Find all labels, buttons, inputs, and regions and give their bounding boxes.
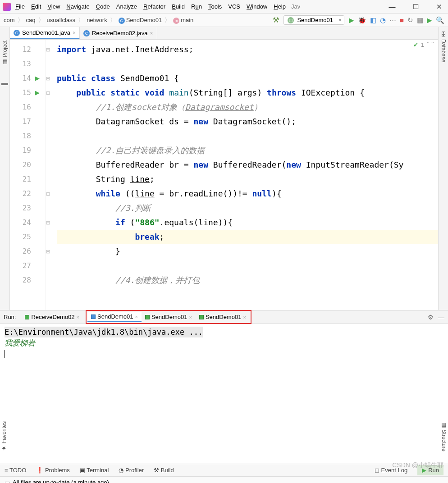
code-editor[interactable]: import java.net.InetAddress; public clas… bbox=[54, 40, 438, 310]
menu-help[interactable]: Help bbox=[274, 3, 286, 10]
bottom-tool-bar: ≡ TODO ❗ Problems ▣ Terminal ◔ Profiler … bbox=[0, 464, 448, 476]
project-tool-button[interactable]: ▤Project bbox=[2, 41, 8, 65]
status-bar: ▭ All files are up-to-date (a minute ago… bbox=[0, 476, 448, 483]
problems-tool-button[interactable]: ❗ Problems bbox=[36, 467, 70, 474]
class-icon: C bbox=[83, 30, 90, 36]
menu-code[interactable]: Code bbox=[96, 3, 110, 10]
highlighted-run-tabs: SendDemo01× SendDemo01× SendDemo01× bbox=[86, 310, 251, 324]
line-number-gutter: 1213141516171819202122232425262728 bbox=[10, 40, 35, 310]
crumb[interactable]: CSendDemo01 bbox=[119, 17, 162, 24]
crumb[interactable]: caq bbox=[26, 17, 36, 23]
running-icon bbox=[25, 315, 29, 319]
menu-build[interactable]: Build bbox=[172, 3, 185, 10]
running-icon bbox=[145, 315, 150, 319]
profiler-tool-button[interactable]: ◔ Profiler bbox=[119, 467, 144, 474]
close-icon[interactable]: × bbox=[243, 314, 246, 320]
menu-analyze[interactable]: Analyze bbox=[116, 3, 137, 10]
close-button[interactable]: ✕ bbox=[433, 3, 445, 11]
close-icon[interactable]: × bbox=[189, 314, 192, 320]
run-config-icon: ▢ bbox=[288, 17, 294, 23]
favorites-tool-button[interactable]: ★ Favorites bbox=[1, 421, 7, 451]
crumb[interactable]: usuallclass bbox=[47, 17, 76, 23]
menu-file[interactable]: File bbox=[15, 3, 25, 10]
attach-icon[interactable]: ⋯ bbox=[389, 16, 396, 24]
hide-icon[interactable]: — bbox=[438, 314, 444, 321]
toolbar-run-icon[interactable]: ▶ bbox=[427, 16, 432, 24]
stopped-icon bbox=[91, 314, 96, 319]
menu-vcs[interactable]: VCS bbox=[228, 3, 240, 10]
app-logo-icon bbox=[3, 3, 11, 11]
menu-refactor[interactable]: Refactor bbox=[143, 3, 165, 10]
menu-navigate[interactable]: Navigate bbox=[66, 3, 89, 10]
class-icon: C bbox=[14, 30, 20, 36]
maximize-button[interactable]: ☐ bbox=[409, 3, 422, 11]
running-icon bbox=[199, 315, 204, 319]
close-tab-icon[interactable]: × bbox=[73, 30, 76, 36]
menu-run[interactable]: Run bbox=[191, 3, 202, 10]
run-tool-window: Run: ReceiveDemo02× SendDemo01× SendDemo… bbox=[0, 310, 448, 464]
coverage-icon[interactable]: ◧ bbox=[370, 16, 376, 24]
navigation-bar: com〉 caq〉 usuallclass〉 network〉 CSendDem… bbox=[0, 14, 448, 27]
crumb[interactable]: mmain bbox=[173, 17, 193, 24]
minimize-button[interactable]: — bbox=[386, 3, 398, 11]
breadcrumbs: com〉 caq〉 usuallclass〉 network〉 CSendDem… bbox=[4, 16, 193, 24]
title-hint: Jav bbox=[291, 3, 300, 10]
run-main-icon[interactable]: ▶ bbox=[35, 86, 46, 100]
fold-gutter: ⊟ ⊟⊟ ⊟ ⊟ ⊟ bbox=[46, 40, 54, 310]
run-label: Run: bbox=[4, 314, 16, 320]
crumb[interactable]: network bbox=[87, 17, 107, 23]
run-tab[interactable]: SendDemo01× bbox=[196, 312, 250, 322]
right-tool-strip: 🗄Database bbox=[438, 27, 448, 310]
editor-tab[interactable]: CReceiveDemo02.java× bbox=[80, 27, 157, 39]
search-icon[interactable]: 🔍 bbox=[436, 16, 444, 24]
main-menu: File Edit View Navigate Code Analyze Ref… bbox=[15, 3, 286, 10]
database-tool-button[interactable]: 🗄Database bbox=[440, 32, 447, 62]
run-console[interactable]: E:\Environment\Java\jdk1.8\bin\java.exe … bbox=[0, 324, 448, 464]
close-icon[interactable]: × bbox=[135, 314, 138, 319]
debug-icon[interactable]: 🐞 bbox=[358, 16, 366, 24]
menu-tools[interactable]: Tools bbox=[208, 3, 222, 10]
run-class-icon[interactable]: ▶ bbox=[35, 71, 46, 86]
run-config-selector[interactable]: ▢ SendDemo01 bbox=[283, 15, 344, 25]
profile-icon[interactable]: ◔ bbox=[380, 16, 386, 24]
run-gutter: ▶▶ bbox=[35, 40, 46, 310]
editor-tabs: CSendDemo01.java× CReceiveDemo02.java× bbox=[10, 27, 438, 40]
todo-tool-button[interactable]: ≡ TODO bbox=[5, 467, 26, 474]
run-tab[interactable]: SendDemo01× bbox=[142, 312, 196, 322]
title-bar: File Edit View Navigate Code Analyze Ref… bbox=[0, 0, 448, 14]
structure-tool-button[interactable]: ▤ Structure bbox=[441, 422, 447, 451]
terminal-tool-button[interactable]: ▣ Terminal bbox=[80, 467, 109, 474]
status-icon: ▭ bbox=[5, 479, 10, 483]
menu-window[interactable]: Window bbox=[247, 3, 267, 10]
build-tool-button[interactable]: ⚒ Build bbox=[154, 467, 174, 474]
minimize-tool-icon[interactable]: ▬ bbox=[1, 79, 8, 87]
watermark: CSDN @小蜗牛耶 bbox=[392, 461, 443, 469]
run-tab[interactable]: SendDemo01× bbox=[87, 312, 142, 322]
inspection-badge[interactable]: ✔1ˆˇ bbox=[413, 41, 434, 48]
run-tab[interactable]: ReceiveDemo02× bbox=[21, 312, 83, 322]
status-message: All files are up-to-date (a minute ago) bbox=[13, 479, 109, 483]
left-tool-strip: ▤Project ▬ bbox=[0, 27, 10, 310]
settings-icon[interactable]: ⚙ bbox=[428, 314, 434, 321]
update-icon[interactable]: ↻ bbox=[407, 16, 413, 24]
crumb[interactable]: com bbox=[4, 17, 15, 23]
stop-icon[interactable]: ■ bbox=[400, 16, 404, 24]
run-icon[interactable]: ▶ bbox=[349, 16, 354, 24]
toolbar-icon[interactable]: ▦ bbox=[417, 16, 423, 24]
build-icon[interactable]: ⚒ bbox=[273, 16, 279, 24]
close-tab-icon[interactable]: × bbox=[150, 30, 153, 36]
editor-tab[interactable]: CSendDemo01.java× bbox=[10, 27, 80, 39]
close-icon[interactable]: × bbox=[77, 314, 79, 320]
menu-edit[interactable]: Edit bbox=[31, 3, 41, 10]
menu-view[interactable]: View bbox=[47, 3, 60, 10]
